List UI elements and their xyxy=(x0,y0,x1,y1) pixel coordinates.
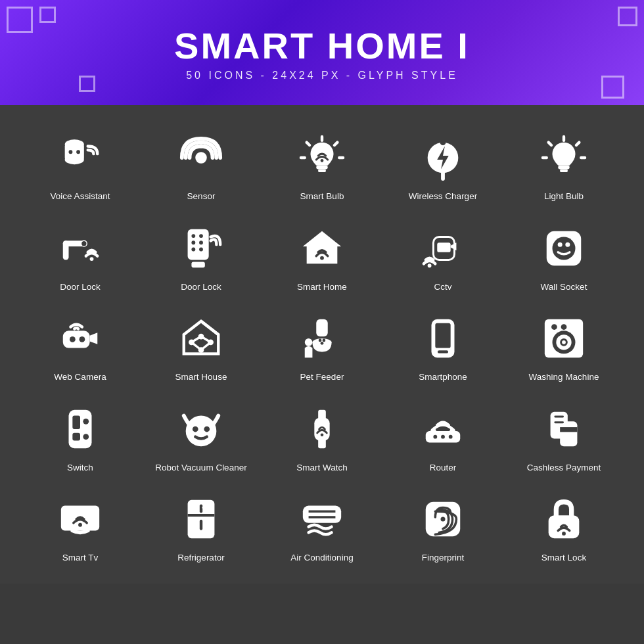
icon-item-washing-machine: Washing Machine xyxy=(503,299,624,390)
icon-item-cctv: Cctv xyxy=(382,209,503,300)
cashless-payment-label: Cashless Payment xyxy=(527,462,601,474)
header: SMART HOME I 50 ICONS - 24X24 PX - GLYPH… xyxy=(0,0,644,105)
svg-rect-81 xyxy=(318,409,326,419)
pet-feeder-icon xyxy=(296,312,348,365)
svg-point-41 xyxy=(553,237,576,260)
sensor-icon xyxy=(175,131,227,184)
washing-machine-icon xyxy=(538,312,590,365)
smart-lock-icon xyxy=(538,493,590,545)
svg-point-88 xyxy=(441,434,445,438)
svg-point-70 xyxy=(562,340,566,344)
icon-item-smart-house: Smart House xyxy=(141,299,262,390)
smart-bulb-label: Smart Bulb xyxy=(300,191,344,202)
smart-tv-icon xyxy=(54,493,106,545)
icon-item-light-bulb: Light Bulb xyxy=(503,118,624,209)
svg-point-83 xyxy=(321,433,324,436)
svg-line-7 xyxy=(307,143,310,145)
svg-point-31 xyxy=(191,241,195,244)
svg-point-75 xyxy=(83,434,89,440)
svg-point-39 xyxy=(428,264,432,267)
svg-rect-101 xyxy=(303,506,341,523)
svg-line-19 xyxy=(576,143,579,145)
svg-rect-62 xyxy=(435,323,450,348)
svg-point-32 xyxy=(199,241,203,244)
subtitle: 50 ICONS - 24X24 PX - GLYPH STYLE xyxy=(186,70,458,81)
smart-home-icon xyxy=(296,222,348,275)
svg-point-87 xyxy=(433,434,437,438)
svg-line-53 xyxy=(191,342,201,350)
svg-point-26 xyxy=(81,241,87,246)
svg-point-59 xyxy=(321,342,324,345)
svg-rect-44 xyxy=(63,331,90,348)
svg-point-27 xyxy=(90,257,94,261)
svg-point-96 xyxy=(78,523,82,527)
svg-point-45 xyxy=(70,336,76,342)
svg-point-16 xyxy=(440,139,446,145)
voice-assistant-label: Voice Assistant xyxy=(51,191,110,202)
svg-point-5 xyxy=(195,152,207,164)
smart-home-label: Smart Home xyxy=(297,281,347,293)
icon-item-smart-bulb: Smart Bulb xyxy=(262,118,382,209)
icon-item-router: Router xyxy=(382,390,503,480)
svg-rect-11 xyxy=(316,166,328,170)
svg-point-89 xyxy=(449,434,453,438)
switch-icon xyxy=(54,403,106,455)
svg-rect-38 xyxy=(437,242,450,252)
wireless-charger-label: Wireless Charger xyxy=(409,191,477,202)
smart-bulb-icon xyxy=(296,131,348,184)
smart-lock-label: Smart Lock xyxy=(541,552,586,564)
smart-watch-label: Smart Watch xyxy=(296,462,348,474)
svg-line-52 xyxy=(201,336,211,342)
svg-point-42 xyxy=(558,242,563,246)
cashless-payment-icon xyxy=(538,403,590,455)
svg-rect-12 xyxy=(318,170,326,172)
svg-point-107 xyxy=(562,532,566,536)
icon-item-wireless-charger: Wireless Charger xyxy=(382,118,503,209)
svg-rect-28 xyxy=(188,229,209,260)
door-lock-1-icon xyxy=(54,222,106,275)
cctv-label: Cctv xyxy=(434,281,452,293)
icon-item-door-lock-2: Door Lock xyxy=(141,209,262,300)
svg-point-60 xyxy=(305,338,313,346)
smart-tv-label: Smart Tv xyxy=(62,552,99,564)
svg-line-18 xyxy=(549,143,551,145)
door-lock-2-icon xyxy=(175,222,227,275)
icon-item-fingerprint: Fingerprint xyxy=(382,480,503,570)
pet-feeder-label: Pet Feeder xyxy=(300,371,344,383)
air-conditioning-label: Air Conditioning xyxy=(290,552,353,564)
refrigerator-icon xyxy=(175,493,227,545)
icon-item-robot-vacuum: Robot Vacuum Cleaner xyxy=(141,390,262,480)
svg-point-29 xyxy=(191,234,195,238)
svg-rect-72 xyxy=(72,415,80,428)
fingerprint-label: Fingerprint xyxy=(422,552,465,564)
svg-point-105 xyxy=(441,517,446,522)
icons-grid: Voice Assistant Sensor xyxy=(0,105,644,584)
light-bulb-icon xyxy=(538,131,590,184)
icon-item-sensor: Sensor xyxy=(141,118,262,209)
svg-point-2 xyxy=(65,155,84,165)
decoration-1 xyxy=(7,7,33,33)
svg-point-34 xyxy=(199,247,203,251)
air-conditioning-icon xyxy=(296,493,348,545)
door-lock-2-label: Door Lock xyxy=(181,281,221,293)
svg-point-74 xyxy=(83,419,89,425)
svg-point-36 xyxy=(320,256,324,260)
svg-rect-23 xyxy=(560,170,568,172)
svg-point-33 xyxy=(191,247,195,251)
main-title: SMART HOME I xyxy=(174,24,470,67)
smartphone-label: Smartphone xyxy=(419,371,467,383)
svg-rect-94 xyxy=(554,421,564,423)
light-bulb-label: Light Bulb xyxy=(544,191,584,202)
svg-point-4 xyxy=(76,150,80,154)
svg-point-66 xyxy=(561,324,567,330)
smart-watch-icon xyxy=(296,403,348,455)
decoration-4 xyxy=(79,76,95,92)
icon-item-smart-watch: Smart Watch xyxy=(262,390,382,480)
cctv-icon xyxy=(417,222,469,275)
robot-vacuum-label: Robot Vacuum Cleaner xyxy=(155,462,246,474)
smart-house-label: Smart House xyxy=(175,371,227,383)
smart-house-icon xyxy=(175,312,227,365)
icon-item-refrigerator: Refrigerator xyxy=(141,480,262,570)
fingerprint-icon xyxy=(417,493,469,545)
svg-point-78 xyxy=(204,426,210,432)
